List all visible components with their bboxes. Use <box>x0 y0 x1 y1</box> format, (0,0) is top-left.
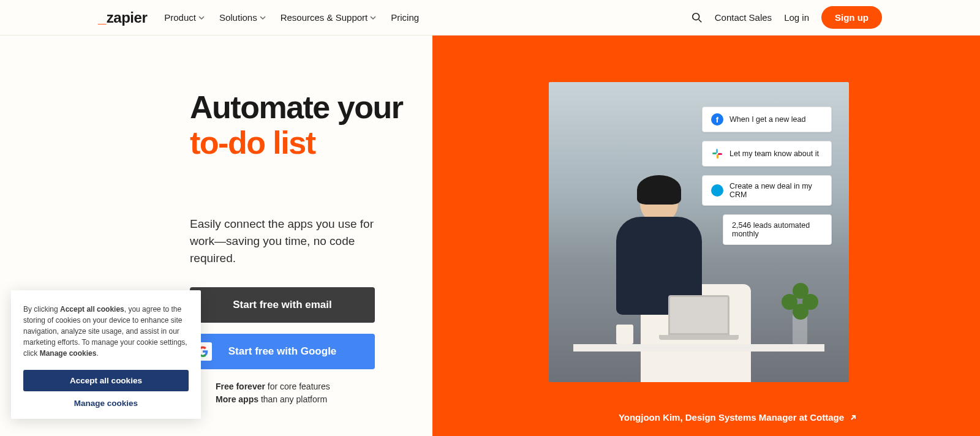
brand-logo[interactable]: _zapier <box>98 9 147 26</box>
start-google-button[interactable]: Start free with Google <box>190 334 375 369</box>
testimonial-caption[interactable]: Yongjoon Kim, Design Systems Manager at … <box>619 412 858 423</box>
step-card-stat: 2,546 leads automated monthly <box>723 214 832 245</box>
desk-graphic <box>573 344 824 351</box>
feature-item: More apps than any platform <box>216 393 432 406</box>
chevron-down-icon <box>198 15 205 21</box>
svg-point-6 <box>712 187 723 194</box>
facebook-icon: f <box>711 113 723 126</box>
hero-image: f When I get a new lead Let my team know… <box>549 82 849 382</box>
step-text: Create a new deal in my CRM <box>729 182 823 199</box>
nav-product[interactable]: Product <box>164 12 205 23</box>
workflow-steps: f When I get a new lead Let my team know… <box>702 107 832 245</box>
svg-rect-4 <box>717 154 718 159</box>
manage-cookies-link[interactable]: Manage cookies <box>23 399 189 408</box>
svg-rect-5 <box>718 153 722 155</box>
search-icon[interactable] <box>692 12 703 23</box>
hero-right: f When I get a new lead Let my team know… <box>432 36 980 436</box>
site-header: _zapier Product Solutions Resources & Su… <box>0 0 980 36</box>
step-card: Create a new deal in my CRM <box>702 175 832 206</box>
step-text: 2,546 leads automated monthly <box>732 221 823 238</box>
salesforce-icon <box>711 184 723 197</box>
mug-graphic <box>616 325 633 344</box>
primary-nav: Product Solutions Resources & Support Pr… <box>164 12 419 23</box>
cookie-consent-banner: By clicking Accept all cookies, you agre… <box>11 290 201 419</box>
slack-icon <box>711 148 723 160</box>
chevron-down-icon <box>260 15 266 21</box>
accept-cookies-button[interactable]: Accept all cookies <box>23 370 189 391</box>
svg-point-0 <box>693 13 699 20</box>
cookie-text: By clicking Accept all cookies, you agre… <box>23 304 189 359</box>
feature-list: Free forever for core features More apps… <box>216 380 432 406</box>
logo-underscore-icon: _ <box>98 9 106 26</box>
hero-title: Automate your to-do list <box>190 89 432 160</box>
external-link-icon <box>849 413 858 422</box>
nav-resources[interactable]: Resources & Support <box>281 12 377 23</box>
chevron-down-icon <box>370 15 376 21</box>
start-email-button[interactable]: Start free with email <box>190 287 375 323</box>
step-text: When I get a new lead <box>729 115 805 124</box>
feature-item: Free forever for core features <box>216 380 432 393</box>
plant-graphic <box>782 283 818 344</box>
svg-rect-3 <box>712 152 717 154</box>
nav-pricing[interactable]: Pricing <box>391 12 419 23</box>
laptop-graphic <box>659 295 739 344</box>
svg-line-1 <box>698 19 701 22</box>
hero-description: Easily connect the apps you use for work… <box>190 216 392 266</box>
nav-solutions[interactable]: Solutions <box>219 12 266 23</box>
signup-button[interactable]: Sign up <box>821 6 882 29</box>
svg-rect-2 <box>716 149 718 153</box>
step-card: f When I get a new lead <box>702 107 832 132</box>
contact-sales-link[interactable]: Contact Sales <box>715 12 772 23</box>
brand-name: zapier <box>107 9 147 26</box>
step-card: Let my team know about it <box>702 141 832 167</box>
step-text: Let my team know about it <box>729 149 819 158</box>
login-link[interactable]: Log in <box>784 12 809 23</box>
